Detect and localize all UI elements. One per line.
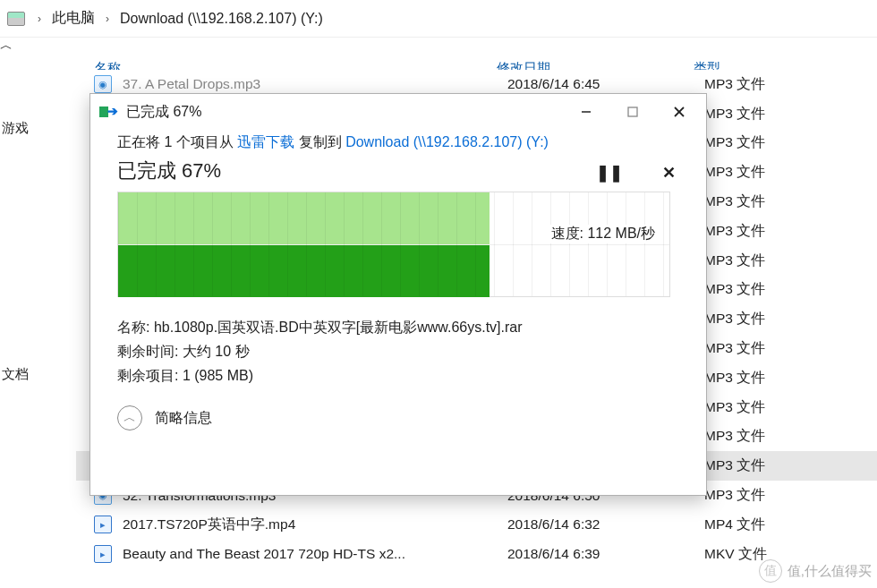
sidebar-item-docs[interactable]: 文档 [0,359,76,390]
chevron-right-icon: › [106,13,109,25]
sort-indicator-icon: ︿ [0,38,13,52]
file-type: MP3 文件 [704,310,847,328]
file-type: MP3 文件 [704,133,847,152]
audio-file-icon: ◉ [94,75,112,93]
file-type: MP3 文件 [704,280,847,299]
file-type: MP3 文件 [704,75,847,94]
file-name-line: 名称: hb.1080p.国英双语.BD中英双字[最新电影www.66ys.tv… [117,319,679,337]
video-file-icon: ▸ [94,516,112,533]
file-type: MP3 文件 [704,369,847,388]
file-type: MP3 文件 [704,192,847,211]
file-type: MP3 文件 [704,427,847,446]
fewer-details-label: 简略信息 [155,409,212,428]
file-type: MP3 文件 [704,222,847,241]
done-percent-text: 已完成 67% [117,159,221,182]
progress-fill [118,244,490,297]
file-type: MP4 文件 [704,516,847,534]
speed-label: 速度: 112 MB/秒 [548,225,659,243]
copy-description: 正在将 1 个项目从 迅雷下载 复制到 Download (\\192.168.… [117,133,679,152]
file-type: MP3 文件 [704,105,847,124]
sidebar-item-games[interactable]: 游戏 [0,113,76,144]
file-row[interactable]: ▸2017.TS720P英语中字.mp42018/6/14 6:32MP4 文件 [76,510,877,540]
file-date: 2018/6/14 6:32 [507,516,704,533]
minimize-button[interactable] [563,98,609,125]
breadcrumb-location[interactable]: Download (\\192.168.2.107) (Y:) [116,9,327,29]
chevron-up-icon: ︿ [117,405,142,430]
drive-icon [7,12,25,26]
copy-icon [99,105,117,119]
file-type: MP3 文件 [704,163,847,182]
chevron-right-icon: › [38,13,41,25]
dialog-titlebar[interactable]: 已完成 67% [90,94,706,130]
breadcrumb-root[interactable]: 此电脑 [48,7,98,30]
file-type: MP3 文件 [704,398,847,417]
time-remaining-line: 剩余时间: 大约 10 秒 [117,343,679,362]
sidebar: 游戏 文档 [0,68,76,588]
cancel-button[interactable]: ✕ [662,163,676,183]
items-remaining-line: 剩余项目: 1 (985 MB) [117,367,679,386]
file-type: MP3 文件 [704,456,847,475]
file-row[interactable]: ▸Beauty and The Beast 2017 720p HD-TS x2… [76,540,877,569]
watermark: 值 值,什么值得买 [759,559,872,583]
copy-source-link[interactable]: 迅雷下载 [237,134,294,149]
copy-dest-link[interactable]: Download (\\192.168.2.107) (Y:) [345,134,549,149]
watermark-logo-icon: 值 [759,559,782,583]
copy-progress-dialog: 已完成 67% 正在将 1 个项目从 迅雷下载 复制到 Download (\\… [89,93,707,496]
file-name: Beauty and The Beast 2017 720p HD-TS x2.… [123,546,507,562]
svg-rect-1 [628,107,637,116]
speed-graph-history [118,192,490,244]
file-type: MP3 文件 [704,486,847,505]
file-type: MP3 文件 [704,339,847,358]
speed-graph: 速度: 112 MB/秒 [117,192,670,297]
watermark-text: 值,什么值得买 [788,563,872,580]
file-date: 2018/6/14 6:45 [507,76,704,92]
file-name: 37. A Petal Drops.mp3 [123,76,507,92]
dialog-title: 已完成 67% [126,103,563,122]
breadcrumb[interactable]: › 此电脑 › Download (\\192.168.2.107) (Y:) [0,0,877,38]
pause-button[interactable]: ❚❚ [596,163,623,183]
close-button[interactable] [656,98,702,125]
maximize-button[interactable] [609,98,656,125]
video-file-icon: ▸ [94,545,112,563]
file-name: 2017.TS720P英语中字.mp4 [123,516,507,534]
file-type: MP3 文件 [704,251,847,270]
file-date: 2018/6/14 6:39 [507,546,704,562]
fewer-details-toggle[interactable]: ︿ 简略信息 [117,405,679,430]
